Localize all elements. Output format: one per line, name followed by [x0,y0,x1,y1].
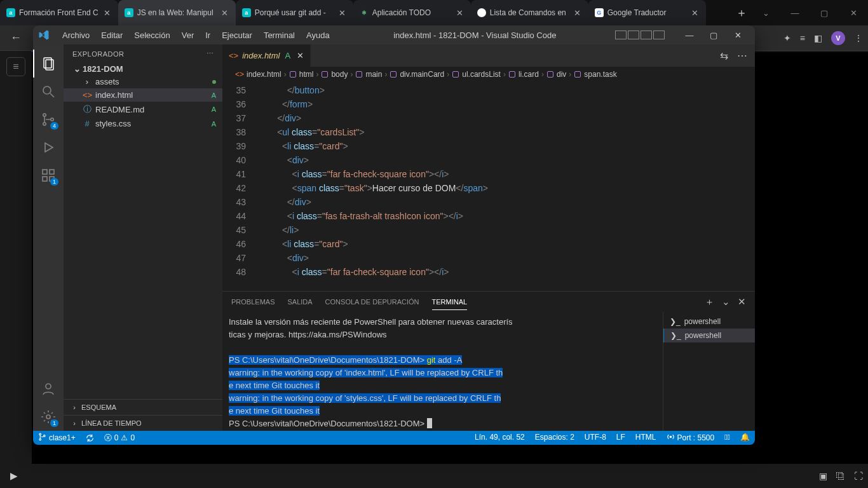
menu-archivo[interactable]: Archivo [57,28,95,43]
code-line[interactable]: 38 <ul class="cardsList"> [222,125,755,139]
settings-gear-icon[interactable]: 1 [33,403,64,431]
fullscreen-icon[interactable]: ⛶ [854,471,863,481]
code-line[interactable]: 47 <div> [222,251,755,265]
breadcrumb-item[interactable]: body [321,70,348,79]
close-tab-icon[interactable]: ✕ [690,8,700,18]
close-tab-icon[interactable]: ✕ [573,8,582,18]
code-line[interactable]: 48 <i class="far fa-check-square icon"><… [222,265,755,279]
playlist-icon[interactable]: ≡ [800,33,805,43]
account-icon[interactable] [33,375,64,403]
problems-indicator[interactable]: ⓧ0 ⚠0 [99,431,140,445]
play-icon[interactable]: ▶ [5,468,23,484]
menu-selección[interactable]: Selección [129,28,175,43]
run-debug-icon[interactable] [33,133,64,161]
code-line[interactable]: 46 <li class="card"> [222,237,755,251]
file-styles.css[interactable]: #styles.cssA [64,117,222,130]
breadcrumb-item[interactable]: html [289,70,314,79]
close-tab-icon[interactable]: ✕ [337,8,347,18]
screenshot-icon[interactable]: ▣ [819,471,827,481]
breadcrumb-item[interactable]: div.mainCard [390,70,444,79]
close-icon[interactable]: ✕ [839,0,868,25]
browser-tab[interactable]: aFormación Front End C✕ [0,0,118,25]
outline-section[interactable]: ›ESQUEMA [64,399,222,415]
code-line[interactable]: 42 <span class="task">Hacer curso de DOM… [222,181,755,195]
browser-tab[interactable]: aPorqué usar git add -✕ [236,0,353,25]
profile-avatar[interactable]: V [831,31,845,45]
extensions-icon[interactable]: 1 [33,161,64,189]
code-line[interactable]: 41 <i class="far fa-check-square icon"><… [222,167,755,181]
code-line[interactable]: 36 </form> [222,97,755,111]
panel-tab-problemas[interactable]: PROBLEMAS [231,294,275,309]
sidepanel-icon[interactable]: ◧ [814,33,822,43]
maximize-icon[interactable]: ▢ [810,0,839,25]
panel-tab-salida[interactable]: SALIDA [287,294,312,309]
source-control-icon[interactable]: 4 [33,105,64,133]
breadcrumb-item[interactable]: li.card [508,70,539,79]
vscode-maximize-icon[interactable]: ▢ [702,25,726,44]
terminal-output[interactable]: Instale la versión más reciente de Power… [222,312,663,431]
code-line[interactable]: 43 </div> [222,195,755,209]
browser-tab[interactable]: aJS en la Web: Manipul✕ [118,0,236,25]
new-terminal-icon[interactable]: ＋ [705,292,714,312]
code-line[interactable]: 39 <li class="card"> [222,139,755,153]
terminal-instance[interactable]: ❯_powershell [663,315,755,329]
panel-tab-consola-de-depuración[interactable]: CONSOLA DE DEPURACIÓN [325,294,419,309]
breadcrumb-item[interactable]: ul.cardsList [452,70,501,79]
editor-tab-index-html[interactable]: <> index.html A ✕ [222,44,311,67]
eol-indicator[interactable]: LF [611,433,630,442]
close-tab-icon[interactable]: ✕ [297,51,304,60]
code-line[interactable]: 44 <i class="fas fa-trash-alt trashIcon … [222,209,755,223]
more-icon[interactable]: ⋯ [737,50,747,62]
search-icon[interactable] [33,78,64,105]
timeline-section[interactable]: ›LÍNEA DE TIEMPO [64,415,222,431]
notifications-icon[interactable]: 🔔 [735,433,755,442]
branch-indicator[interactable]: clase1+ [33,431,81,445]
side-menu-icon[interactable]: ≡ [6,57,25,76]
close-tab-icon[interactable]: ✕ [455,8,465,18]
code-line[interactable]: 40 <div> [222,153,755,167]
vscode-minimize-icon[interactable]: ― [677,25,702,44]
breadcrumbs[interactable]: <>index.html›html›body›main›div.mainCard… [222,67,755,82]
code-line[interactable]: 45 </li> [222,223,755,237]
file-README.md[interactable]: ⓘREADME.mdA [64,102,222,117]
cursor-position[interactable]: Lín. 49, col. 52 [470,433,530,442]
vscode-close-icon[interactable]: ✕ [726,25,750,44]
split-terminal-icon[interactable]: ⌄ [722,292,730,312]
layout-controls[interactable] [615,30,665,39]
folder-assets[interactable]: ›assets [64,75,222,88]
menu-ejecutar[interactable]: Ejecutar [217,28,257,43]
chevron-down-icon[interactable]: ⌄ [751,0,780,25]
new-tab-button[interactable]: ＋ [732,0,751,25]
code-editor[interactable]: 35 </button>36 </form>37 </div>38 <ul cl… [222,82,755,291]
breadcrumb-item[interactable]: <>index.html [235,70,281,79]
indent-indicator[interactable]: Espacios: 2 [530,433,580,442]
workspace-root[interactable]: ⌄ 1821-DOM [64,63,222,75]
breadcrumb-item[interactable]: div [546,70,566,79]
layout-bottom-icon[interactable] [628,30,639,39]
live-server-indicator[interactable]: Port : 5500 [661,433,720,443]
menu-ir[interactable]: Ir [200,28,215,43]
browser-tab[interactable]: GGoogle Traductor✕ [588,0,706,25]
language-indicator[interactable]: HTML [630,433,661,442]
file-index.html[interactable]: <>index.htmlA [64,88,222,102]
compare-changes-icon[interactable]: ⇆ [720,50,728,62]
browser-tab[interactable]: Lista de Comandos en✕ [471,0,588,25]
back-icon[interactable]: ← [5,29,27,47]
vscode-titlebar[interactable]: ArchivoEditarSelecciónVerIrEjecutarTermi… [33,25,755,44]
breadcrumb-item[interactable]: main [355,70,382,79]
minimize-icon[interactable]: ― [780,0,810,25]
kebab-menu-icon[interactable]: ⋮ [854,33,863,43]
menu-ver[interactable]: Ver [177,28,200,43]
more-icon[interactable]: ⋯ [207,50,214,58]
browser-tab[interactable]: ⚛Aplicación TODO✕ [353,0,471,25]
close-panel-icon[interactable]: ✕ [738,292,746,312]
extensions-icon[interactable]: ✦ [783,33,791,43]
sync-indicator[interactable] [81,431,99,445]
terminal-instance[interactable]: ❯_powershell [663,329,755,342]
prettier-indicator[interactable]: ✓⃝ [719,433,735,442]
devices-icon[interactable]: ⿻ [836,471,845,481]
panel-tab-terminal[interactable]: TERMINAL [432,294,468,310]
encoding-indicator[interactable]: UTF-8 [580,433,611,442]
menu-editar[interactable]: Editar [96,28,128,43]
explorer-icon[interactable] [33,50,64,78]
